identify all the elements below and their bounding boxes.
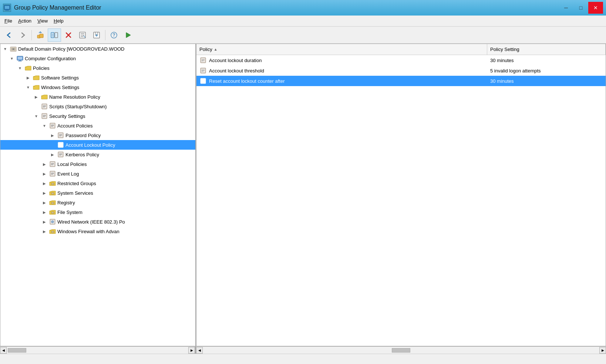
kerberos-icon: [57, 151, 64, 158]
tree-row-restricted-groups[interactable]: ▶ Restricted Grou: [0, 178, 195, 188]
back-button[interactable]: [2, 28, 16, 42]
tree-row-local-policies[interactable]: ▶: [0, 159, 195, 169]
menu-action[interactable]: Action: [15, 17, 34, 25]
menu-bar: File Action View Help: [0, 16, 606, 27]
expand-local-policies[interactable]: ▶: [41, 161, 48, 167]
show-hide-button[interactable]: [48, 28, 61, 42]
tree-node-name-resolution: ▶ Name Resolution Policy: [0, 92, 195, 102]
expand-name-resolution[interactable]: ▶: [33, 93, 40, 100]
restricted-groups-icon: [49, 180, 56, 187]
svg-rect-25: [18, 57, 22, 59]
tree-row-event-log[interactable]: ▶: [0, 169, 195, 178]
tree-row-system-services[interactable]: ▶ System Services: [0, 188, 195, 198]
tree-node-windows-firewall: ▶ Windows Firewal: [0, 227, 195, 236]
help-button[interactable]: ?: [107, 28, 121, 42]
row-icon-reset-counter: [199, 77, 207, 85]
expand-password-policy[interactable]: ▶: [49, 132, 56, 139]
expand-kerberos[interactable]: ▶: [49, 151, 56, 158]
menu-view[interactable]: View: [34, 17, 51, 25]
tree-node-software-settings: ▶ Software Settings: [0, 73, 195, 82]
left-hscroll-right-btn[interactable]: ▶: [188, 347, 195, 354]
expand-windows-firewall[interactable]: ▶: [41, 228, 48, 235]
left-hscroll[interactable]: ◀ ▶: [0, 347, 196, 354]
left-hscroll-thumb[interactable]: [8, 348, 26, 353]
list-body[interactable]: Account lockout duration 30 minutes Acco…: [196, 55, 606, 346]
expand-computer-config[interactable]: ▼: [9, 55, 15, 62]
tree-node-local-policies: ▶: [0, 159, 195, 169]
main-area: ▼ Default Domain Policy [WOODGROVEAD.WOO…: [0, 44, 606, 346]
expand-event-log[interactable]: ▶: [41, 170, 48, 177]
tree-row-computer-config[interactable]: ▼ Computer Configuration: [0, 54, 195, 63]
expand-windows-settings[interactable]: ▼: [25, 84, 31, 91]
right-hscroll[interactable]: ◀ ▶: [196, 347, 606, 354]
properties-button[interactable]: [76, 28, 89, 42]
tree-row-root[interactable]: ▼ Default Domain Policy [WOODGROVEAD.WOO…: [0, 44, 195, 54]
policies-label: Policies: [33, 65, 50, 71]
col-header-setting[interactable]: Policy Setting: [487, 44, 606, 55]
up-button[interactable]: [34, 28, 47, 42]
system-services-label: System Services: [57, 190, 93, 196]
tree-row-windows-firewall[interactable]: ▶ Windows Firewal: [0, 227, 195, 236]
local-policies-icon: [49, 160, 56, 168]
right-hscroll-thumb[interactable]: [392, 348, 410, 353]
close-button[interactable]: ✕: [588, 2, 603, 14]
tree-row-policies[interactable]: ▼ Policies: [0, 63, 195, 73]
expand-security-settings[interactable]: ▼: [33, 113, 40, 119]
status-bar: [0, 354, 606, 364]
svg-point-23: [13, 48, 14, 50]
menu-file[interactable]: File: [1, 17, 15, 25]
tree-scroll[interactable]: ▼ Default Domain Policy [WOODGROVEAD.WOO…: [0, 44, 195, 346]
tree-row-kerberos[interactable]: ▶: [0, 150, 195, 159]
right-hscroll-right-btn[interactable]: ▶: [599, 347, 606, 354]
expand-file-system[interactable]: ▶: [41, 209, 48, 215]
col-header-policy[interactable]: Policy ▲: [196, 44, 487, 55]
tree-row-wired-network[interactable]: ▶: [0, 217, 195, 227]
list-row-lockout-duration[interactable]: Account lockout duration 30 minutes: [196, 55, 606, 65]
tree-row-software-settings[interactable]: ▶ Software Settings: [0, 73, 195, 82]
maximize-button[interactable]: □: [573, 2, 588, 14]
tree-row-password-policy[interactable]: ▶: [0, 130, 195, 140]
tree-node-policies: ▼ Policies: [0, 63, 195, 236]
list-header: Policy ▲ Policy Setting: [196, 44, 606, 55]
delete-button[interactable]: [62, 28, 75, 42]
tree-row-account-lockout[interactable]: Account Lockout Policy: [0, 140, 195, 150]
right-hscroll-left-btn[interactable]: ◀: [196, 347, 203, 354]
list-row-reset-counter[interactable]: Reset account lockout counter after 30 m…: [196, 76, 606, 86]
expand-account-policies[interactable]: ▼: [41, 122, 48, 129]
expand-restricted-groups[interactable]: ▶: [41, 180, 48, 187]
toolbar-separator-1: [31, 30, 32, 40]
tree-row-name-resolution[interactable]: ▶ Name Resolution Policy: [0, 92, 195, 102]
expand-wired-network[interactable]: ▶: [41, 218, 48, 225]
svg-rect-3: [5, 10, 9, 11]
export-button[interactable]: [90, 28, 103, 42]
expand-software-settings[interactable]: ▶: [25, 74, 31, 81]
menu-help[interactable]: Help: [51, 17, 67, 25]
forward-button[interactable]: [16, 28, 30, 42]
tree-row-account-policies[interactable]: ▼: [0, 121, 195, 130]
expand-root[interactable]: ▼: [2, 45, 9, 52]
tree-row-scripts[interactable]: Scripts (Startup/Shutdown): [0, 102, 195, 111]
expand-policies[interactable]: ▼: [17, 65, 23, 71]
svg-text:?: ?: [112, 33, 115, 38]
tree-row-file-system[interactable]: ▶ File System: [0, 207, 195, 217]
root-label: Default Domain Policy [WOODGROVEAD.WOOD: [18, 46, 125, 52]
expand-registry[interactable]: ▶: [41, 199, 48, 206]
account-policies-label: Account Policies: [57, 123, 92, 129]
list-row-lockout-threshold[interactable]: Account lockout threshold 5 invalid logo…: [196, 65, 606, 76]
tree-node-wired-network: ▶: [0, 217, 195, 227]
window-title: Group Policy Management Editor: [14, 4, 101, 11]
tree-node-file-system: ▶ File System: [0, 207, 195, 217]
expand-system-services[interactable]: ▶: [41, 190, 48, 196]
left-hscroll-left-btn[interactable]: ◀: [0, 347, 7, 354]
tree-row-security-settings[interactable]: ▼: [0, 111, 195, 121]
svg-rect-70: [51, 202, 54, 204]
registry-icon: [49, 199, 56, 206]
tree-row-registry[interactable]: ▶ Registry: [0, 198, 195, 207]
svg-rect-77: [51, 231, 54, 233]
tree-node-restricted-groups: ▶ Restricted Grou: [0, 178, 195, 188]
minimize-button[interactable]: ─: [559, 2, 573, 14]
row-setting-reset-counter: 30 minutes: [487, 78, 606, 84]
windows-settings-icon: [33, 84, 40, 91]
run-button[interactable]: [121, 28, 135, 42]
tree-row-windows-settings[interactable]: ▼ Windows Settings: [0, 82, 195, 92]
